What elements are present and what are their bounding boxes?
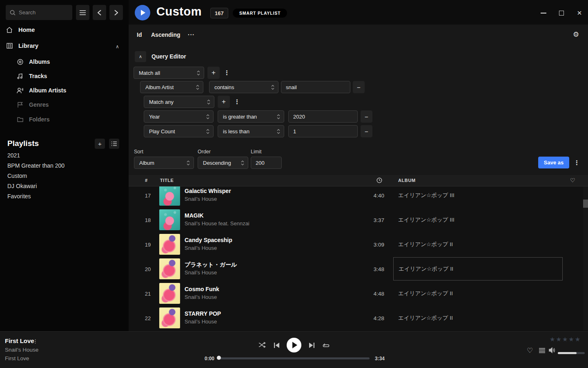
track-row[interactable]: 17 Galactic Whisper Snail’s House 4:40 エ… — [129, 186, 588, 208]
now-playing-track[interactable]: First Love — [5, 337, 34, 344]
search-input[interactable] — [19, 9, 68, 16]
rule-field-select[interactable]: Play Count — [144, 125, 214, 137]
playlist-item[interactable]: BPM Greater than 200 — [7, 162, 65, 169]
next-track-icon[interactable] — [309, 343, 314, 348]
sort-label: Sort — [134, 149, 143, 155]
track-album[interactable]: エイリアン☆ポップ II — [398, 290, 453, 297]
scrollbar-thumb[interactable] — [583, 200, 588, 208]
track-row[interactable]: 18 MAGIK Snail’s House feat. Sennzai 3:3… — [129, 208, 588, 232]
sidebar-item-tracks[interactable]: Tracks — [16, 73, 47, 79]
sidebar-item-home[interactable]: Home — [6, 27, 35, 33]
now-playing-options-kebab[interactable]: ⋮ — [33, 338, 38, 344]
limit-input[interactable] — [251, 157, 282, 169]
library-collapse-icon[interactable]: ∧ — [116, 44, 119, 49]
shuffle-icon[interactable] — [258, 342, 266, 348]
save-options-kebab[interactable]: ⋮ — [574, 159, 580, 166]
play-playlist-button[interactable] — [135, 5, 150, 20]
more-options-button[interactable]: ··· — [188, 31, 195, 38]
sort-select[interactable]: Album — [134, 157, 194, 169]
rule-operator-select[interactable]: is greater than — [218, 110, 284, 123]
column-header-index[interactable]: # — [145, 178, 148, 183]
group-match-select[interactable]: Match any — [144, 96, 214, 108]
repeat-icon[interactable] — [323, 343, 330, 348]
add-rule-button[interactable]: + — [207, 67, 220, 79]
track-thumbnail — [159, 307, 180, 328]
select-stepper-icon — [206, 129, 209, 134]
collapse-query-button[interactable]: ∧ — [135, 51, 146, 62]
track-album[interactable]: エイリアン☆ポップ III — [398, 192, 454, 199]
sort-direction-button[interactable]: Ascending — [151, 31, 180, 38]
star-icon[interactable]: ★ — [550, 336, 555, 343]
remove-rule-button[interactable]: − — [361, 125, 372, 137]
save-as-button[interactable]: Save as — [538, 157, 569, 168]
now-playing-artist[interactable]: Snail’s House — [5, 347, 38, 353]
sidebar-item-album-artists[interactable]: Album Artists — [16, 87, 66, 94]
favorite-heart-icon[interactable]: ♡ — [527, 346, 533, 355]
sidebar-item-folders[interactable]: Folders — [16, 116, 50, 123]
seek-bar[interactable] — [218, 357, 370, 359]
playlist-item[interactable]: Custom — [7, 173, 27, 179]
sidebar-item-genres[interactable]: Genres — [16, 101, 49, 108]
track-row[interactable]: 22 STARRY POP Snail’s House 4:28 エイリアン☆ポ… — [129, 306, 588, 330]
track-album[interactable]: エイリアン☆ポップ III — [398, 216, 454, 224]
playlist-item[interactable]: DJ Okawari — [7, 183, 37, 189]
star-icon[interactable]: ★ — [575, 336, 580, 343]
playlist-item[interactable]: 2021 — [7, 152, 20, 159]
playlist-list-button[interactable] — [109, 139, 119, 149]
window-close-button[interactable]: ✕ — [576, 10, 583, 16]
nav-forward-button[interactable] — [109, 5, 123, 20]
previous-track-icon[interactable] — [274, 343, 279, 348]
now-playing-album[interactable]: First Love — [5, 355, 29, 361]
track-album[interactable]: エイリアン☆ポップ II — [399, 265, 453, 273]
rule-operator-select[interactable]: contains — [209, 81, 278, 93]
rule-value-input[interactable] — [288, 125, 358, 137]
order-select[interactable]: Descending — [198, 157, 248, 169]
favorite-heart-icon[interactable]: ♡ — [570, 177, 575, 184]
rule-field-select[interactable]: Year — [144, 110, 214, 123]
group-options-kebab[interactable]: ⋮ — [234, 98, 240, 105]
volume-icon[interactable] — [549, 347, 556, 353]
star-icon[interactable]: ★ — [556, 336, 561, 343]
queue-icon[interactable] — [539, 348, 545, 353]
rule-value-input[interactable] — [281, 81, 350, 93]
track-album[interactable]: エイリアン☆ポップ II — [398, 314, 453, 322]
column-header-title[interactable]: TITLE — [160, 178, 174, 183]
track-row[interactable]: 21 Cosmo Funk Snail’s House 4:48 エイリアン☆ポ… — [129, 281, 588, 306]
track-album[interactable]: エイリアン☆ポップ II — [398, 241, 453, 248]
scrollbar-track[interactable] — [583, 186, 588, 330]
sort-field-button[interactable]: Id — [137, 31, 142, 38]
play-pause-button[interactable] — [287, 338, 301, 352]
rule-operator-select[interactable]: is less than — [218, 125, 284, 137]
sidebar-item-label: Folders — [29, 116, 50, 123]
playlist-item[interactable]: Favorites — [7, 193, 31, 200]
window-maximize-button[interactable] — [558, 10, 565, 16]
root-match-select[interactable]: Match all — [134, 67, 204, 79]
window-minimize-button[interactable] — [540, 10, 547, 16]
track-row[interactable]: 19 Candy Spaceship Snail’s House 3:09 エイ… — [129, 232, 588, 257]
select-value: Album — [139, 160, 154, 166]
duration-clock-icon[interactable] — [376, 177, 382, 183]
star-icon[interactable]: ★ — [568, 336, 574, 343]
select-stepper-icon — [187, 160, 190, 166]
album-cell-hover-outline[interactable]: エイリアン☆ポップ II — [393, 257, 563, 280]
rule-field-select[interactable]: Album Artist — [140, 81, 203, 93]
star-icon[interactable]: ★ — [562, 336, 568, 343]
remove-rule-button[interactable]: − — [353, 81, 365, 93]
nav-back-button[interactable] — [93, 5, 106, 20]
add-rule-button[interactable]: + — [218, 96, 230, 108]
group-options-kebab[interactable]: ⋮ — [224, 69, 230, 76]
sidebar: Home Library ∧ Albums Tracks Album Artis… — [0, 0, 129, 331]
search-box[interactable] — [6, 5, 72, 20]
add-playlist-button[interactable]: + — [95, 139, 105, 149]
column-header-album[interactable]: ALBUM — [398, 178, 416, 183]
track-row[interactable]: 20 プラネット・ガール Snail’s House 3:48 エイリアン☆ポッ… — [129, 257, 588, 281]
volume-slider[interactable] — [558, 352, 585, 354]
gear-icon[interactable]: ⚙ — [573, 30, 579, 39]
seek-handle[interactable] — [217, 356, 221, 360]
menu-button[interactable] — [76, 5, 89, 20]
remove-rule-button[interactable]: − — [361, 110, 372, 123]
volume-fill — [558, 352, 577, 354]
sidebar-item-albums[interactable]: Albums — [16, 58, 50, 65]
rule-value-input[interactable] — [288, 110, 358, 123]
sidebar-item-library[interactable]: Library — [6, 43, 38, 49]
